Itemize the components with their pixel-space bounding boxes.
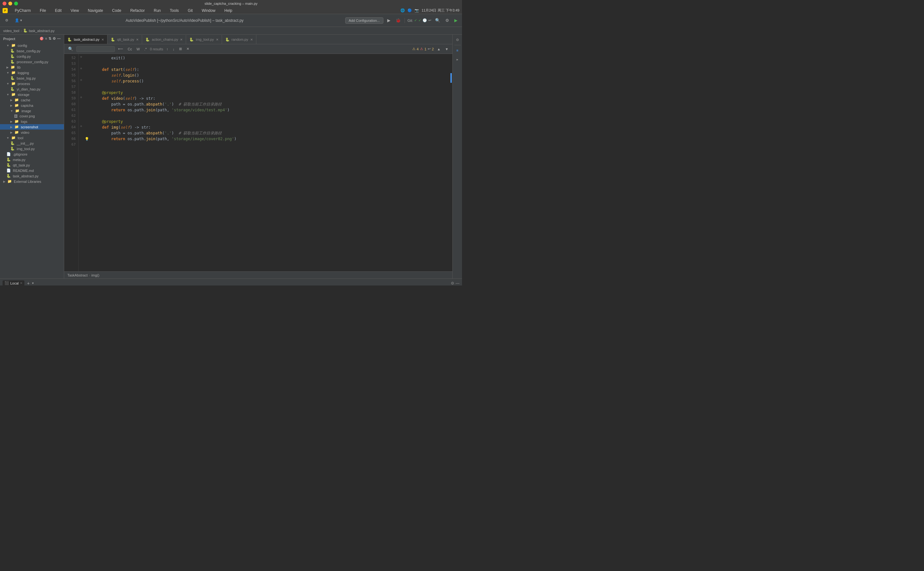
sidebar-item-img-tool[interactable]: 🐍 img_tool.py bbox=[0, 146, 64, 151]
settings-icon[interactable]: ⚙ bbox=[3, 17, 10, 23]
code-editor[interactable]: 52 53 54 55 56 57 58 59 60 61 62 63 64 6… bbox=[64, 54, 452, 272]
sidebar-item-gitignore[interactable]: 📄 .gitignore bbox=[0, 151, 64, 157]
menu-window[interactable]: Window bbox=[200, 8, 218, 14]
minimize-button[interactable] bbox=[8, 2, 12, 5]
code-breadcrumb-method[interactable]: img() bbox=[91, 273, 99, 277]
fold-56[interactable]: ⊖ bbox=[79, 77, 84, 83]
code-line-66[interactable]: return os.path.join(path, 'storage/image… bbox=[90, 136, 450, 142]
menu-git[interactable]: Git bbox=[186, 8, 194, 14]
git-revert-icon[interactable]: ↩ bbox=[428, 18, 431, 22]
terminal-tab-close[interactable]: ✕ bbox=[20, 281, 22, 285]
sidebar-item-init[interactable]: 🐍 __init__.py bbox=[0, 140, 64, 146]
git-history-icon[interactable]: 🕐 bbox=[423, 18, 427, 22]
code-line-61[interactable]: return os.path.join(path, 'storage/video… bbox=[90, 107, 450, 113]
sidebar-item-process[interactable]: 📁 process bbox=[0, 81, 64, 86]
sidebar-item-processor-config[interactable]: 🐍 processor_config.py bbox=[0, 59, 64, 65]
search-prev-icon[interactable]: 🔍 bbox=[67, 46, 74, 52]
menu-pycharm[interactable]: PyCharm bbox=[13, 8, 33, 14]
sidebar-item-lib[interactable]: 📁 lib bbox=[0, 65, 64, 70]
sidebar-item-task-abstract[interactable]: 🐍 task_abstract.py bbox=[0, 173, 64, 179]
sidebar-close-icon[interactable]: — bbox=[57, 37, 61, 41]
sidebar-item-base-config[interactable]: 🐍 base_config.py bbox=[0, 48, 64, 54]
search-down-icon[interactable]: ↓ bbox=[171, 47, 176, 51]
sidebar-settings-icon[interactable]: ⚙ bbox=[52, 37, 56, 41]
close-button[interactable] bbox=[3, 2, 6, 5]
terminal-add-button[interactable]: + bbox=[27, 281, 29, 286]
menu-code[interactable]: Code bbox=[110, 8, 123, 14]
tab-close-img-tool[interactable]: ✕ bbox=[216, 38, 219, 42]
menu-run[interactable]: Run bbox=[152, 8, 163, 14]
sidebar-item-image[interactable]: 📁 image bbox=[0, 108, 64, 114]
breadcrumb-project[interactable]: video_tool bbox=[3, 29, 19, 33]
tab-img-tool[interactable]: 🐍 img_tool.py ✕ bbox=[186, 35, 222, 44]
hint-bulb-icon[interactable]: 💡 bbox=[85, 137, 89, 141]
terminal-minimize-icon[interactable]: — bbox=[456, 281, 460, 286]
terminal-settings-icon[interactable]: ⚙ bbox=[451, 281, 454, 286]
sidebar-item-qtt-task[interactable]: 🐍 qtt_task.py bbox=[0, 162, 64, 168]
maximize-button[interactable] bbox=[14, 2, 18, 5]
fold-54[interactable]: ⊖ bbox=[79, 65, 84, 71]
tab-close-task-abstract[interactable]: ✕ bbox=[101, 38, 104, 42]
sidebar-item-base-log[interactable]: 🐍 base_log.py bbox=[0, 76, 64, 81]
code-line-57[interactable] bbox=[90, 84, 450, 90]
toolbar-settings-icon[interactable]: ⚙ bbox=[444, 17, 450, 23]
tab-close-qtt-task[interactable]: ✕ bbox=[136, 38, 139, 42]
menu-help[interactable]: Help bbox=[222, 8, 234, 14]
search-expand-icon[interactable]: ⊞ bbox=[178, 46, 183, 51]
search-up-icon[interactable]: ↑ bbox=[165, 47, 170, 51]
sidebar-sort-icon[interactable]: ⇅ bbox=[48, 37, 51, 41]
code-line-67[interactable] bbox=[90, 142, 450, 148]
breadcrumb-file[interactable]: task_abstract.py bbox=[29, 29, 54, 33]
code-line-63[interactable]: @property bbox=[90, 119, 450, 125]
sidebar-item-captcha[interactable]: 📁 captcha bbox=[0, 103, 64, 108]
sidebar-item-yi-dian[interactable]: 🐍 yi_dian_hao.py bbox=[0, 86, 64, 92]
code-line-64[interactable]: def img(self) -> str: bbox=[90, 125, 450, 130]
tab-random[interactable]: 🐍 random.py ✕ bbox=[222, 35, 256, 44]
menu-refactor[interactable]: Refactor bbox=[128, 8, 147, 14]
search-replace-icon[interactable]: ⟵ bbox=[117, 46, 125, 51]
sidebar-item-cache[interactable]: 📁 cache bbox=[0, 97, 64, 103]
sidebar-collapse-icon[interactable]: ≡ bbox=[45, 37, 47, 41]
menu-view[interactable]: View bbox=[69, 8, 81, 14]
git-check-icon[interactable]: ✓ bbox=[414, 18, 417, 22]
tab-qtt-task[interactable]: 🐍 qtt_task.py ✕ bbox=[108, 35, 142, 44]
right-icon-settings[interactable]: ⚙ bbox=[454, 36, 461, 44]
sidebar-item-tool[interactable]: 📁 tool bbox=[0, 135, 64, 140]
right-icon-expand[interactable]: ▸ bbox=[454, 56, 461, 63]
sidebar-item-readme[interactable]: 📄 README.md bbox=[0, 168, 64, 173]
search-case-icon[interactable]: Cc bbox=[126, 47, 133, 51]
sidebar-item-meta[interactable]: 🐍 meta.py bbox=[0, 157, 64, 162]
tab-close-random[interactable]: ✕ bbox=[250, 38, 253, 42]
code-line-54[interactable]: def start(self): bbox=[90, 67, 450, 73]
code-line-52[interactable]: exit() bbox=[90, 55, 450, 61]
sidebar-item-cover-png[interactable]: 🖼 cover.png bbox=[0, 114, 64, 119]
sidebar-item-external-libs[interactable]: 📁 External Libraries bbox=[0, 179, 64, 184]
search-expand-up-icon[interactable]: ▲ bbox=[436, 47, 442, 51]
code-line-62[interactable] bbox=[90, 113, 450, 119]
code-line-59[interactable]: def video(self) -> str: bbox=[90, 96, 450, 101]
sidebar-item-screenshot[interactable]: 📁 screenshot bbox=[0, 124, 64, 130]
sidebar-item-storage[interactable]: 📁 storage bbox=[0, 92, 64, 97]
search-close-icon[interactable]: ✕ bbox=[185, 46, 191, 51]
code-line-55[interactable]: self.login() bbox=[90, 73, 450, 78]
code-line-53[interactable] bbox=[90, 61, 450, 67]
code-line-60[interactable]: path = os.path.abspath('.') # 获取当前工作目录路径 bbox=[90, 101, 450, 107]
fold-52[interactable]: ⊖ bbox=[79, 54, 84, 60]
tab-close-action-chains[interactable]: ✕ bbox=[180, 38, 182, 42]
menu-navigate[interactable]: Navigate bbox=[86, 8, 105, 14]
menu-edit[interactable]: Edit bbox=[53, 8, 63, 14]
right-icon-diff[interactable]: ≡ bbox=[454, 46, 461, 54]
search-regex-icon[interactable]: .* bbox=[143, 47, 148, 51]
menu-file[interactable]: File bbox=[38, 8, 48, 14]
fold-64[interactable]: ⊖ bbox=[79, 123, 84, 129]
add-configuration-button[interactable]: Add Configuration... bbox=[345, 17, 383, 24]
sidebar-item-config-py[interactable]: 🐍 config.py bbox=[0, 54, 64, 59]
warning-indicator[interactable]: ⚠ 4 ⚠ 1 ↩ 2 bbox=[412, 47, 434, 51]
search-expand-down-icon[interactable]: ▼ bbox=[444, 47, 450, 51]
git-sync-icon[interactable]: ✓ bbox=[418, 18, 421, 22]
code-breadcrumb-class[interactable]: TaskAbstract bbox=[67, 273, 88, 277]
debug-button[interactable]: 🐞 bbox=[394, 17, 402, 23]
tab-action-chains[interactable]: 🐍 action_chains.py ✕ bbox=[142, 35, 186, 44]
search-icon[interactable]: 🔍 bbox=[434, 17, 441, 23]
search-word-icon[interactable]: W bbox=[135, 47, 141, 51]
